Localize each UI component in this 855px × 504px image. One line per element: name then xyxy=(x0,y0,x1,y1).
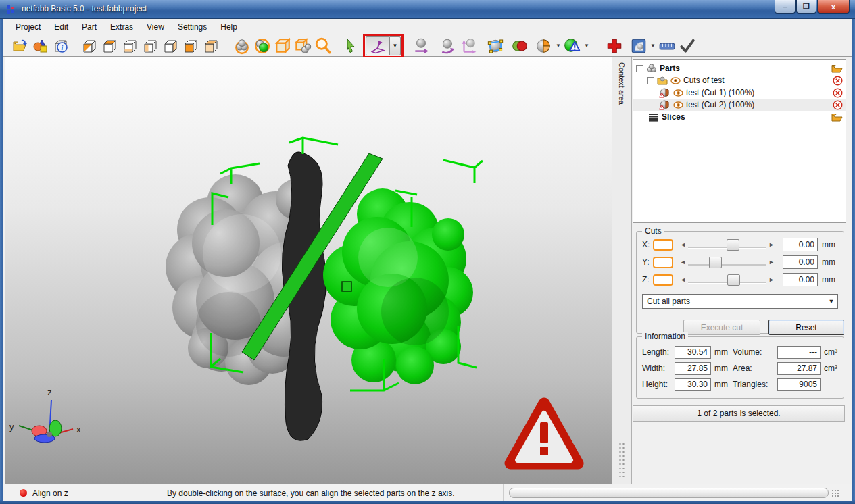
axis-z-value-field[interactable]: 0.00 xyxy=(783,273,818,286)
menu-extras[interactable]: Extras xyxy=(103,20,140,34)
resize-grip[interactable] xyxy=(831,489,839,497)
align-tool-dropdown[interactable]: ▼ xyxy=(389,36,401,55)
view-cube-front-icon[interactable] xyxy=(99,36,120,55)
cut-axis-row-z: Z: ◄ ► 0.00 mm xyxy=(642,271,838,288)
menu-view[interactable]: View xyxy=(140,20,171,34)
menu-help[interactable]: Help xyxy=(214,20,244,34)
delete-icon[interactable] xyxy=(833,88,843,98)
context-area-grip[interactable] xyxy=(618,442,625,477)
select-surfaces-icon[interactable] xyxy=(485,36,506,55)
tree-row-parts[interactable]: Parts xyxy=(633,62,846,74)
menu-settings[interactable]: Settings xyxy=(171,20,214,34)
menu-part[interactable]: Part xyxy=(75,20,103,34)
open-folder-icon[interactable] xyxy=(831,113,843,122)
volume-unit: cm³ xyxy=(821,347,841,357)
axis-z-slider[interactable]: ◄ ► xyxy=(679,274,776,286)
move-part-icon[interactable] xyxy=(411,36,431,55)
menu-project[interactable]: Project xyxy=(9,20,47,34)
slider-right-arrow-icon[interactable]: ► xyxy=(768,241,775,248)
show-selected-part-icon[interactable] xyxy=(252,36,272,55)
axis-x-slider-thumb[interactable] xyxy=(727,239,739,251)
cut-view-icon[interactable] xyxy=(534,36,554,55)
execute-cut-button[interactable]: Execute cut xyxy=(683,320,760,335)
horizontal-scrollbar[interactable] xyxy=(509,488,829,498)
highlight-box-red: ▼ xyxy=(363,34,404,58)
new-analysis-icon[interactable] xyxy=(629,36,649,55)
cut-view-dropdown[interactable]: ▼ xyxy=(554,37,562,55)
area-unit: cm² xyxy=(821,363,841,373)
add-parts-icon[interactable] xyxy=(30,36,51,55)
slider-right-arrow-icon[interactable]: ► xyxy=(768,259,775,266)
slider-left-arrow-icon[interactable]: ◄ xyxy=(680,241,686,248)
width-unit: mm xyxy=(711,363,733,373)
open-project-icon[interactable] xyxy=(10,36,30,55)
cuts-group-title: Cuts xyxy=(642,226,664,236)
zoom-icon[interactable] xyxy=(313,36,333,55)
visibility-eye-icon[interactable] xyxy=(670,77,681,84)
tree-row-slices[interactable]: Slices xyxy=(633,111,846,123)
axis-x-toggle[interactable] xyxy=(653,239,673,251)
repair-script-icon[interactable] xyxy=(562,36,583,55)
slider-right-arrow-icon[interactable]: ► xyxy=(768,276,775,283)
minimize-button[interactable]: – xyxy=(775,0,796,14)
scale-part-icon[interactable] xyxy=(458,36,479,55)
close-button[interactable]: x xyxy=(817,0,850,14)
cut-part-icon xyxy=(659,100,670,110)
status-hint-text: By double-clicking on the surface, you c… xyxy=(167,488,455,498)
new-analysis-dropdown[interactable]: ▼ xyxy=(649,37,657,55)
tree-label-cut2: test (Cut 2) (100%) xyxy=(686,100,754,109)
slider-left-arrow-icon[interactable]: ◄ xyxy=(680,259,686,266)
tree-row-cut2[interactable]: test (Cut 2) (100%) xyxy=(633,99,846,111)
orientation-axes: z x y xyxy=(9,387,81,443)
axis-x-unit: mm xyxy=(822,240,838,249)
compare-parts-icon[interactable] xyxy=(510,36,530,55)
delete-icon[interactable] xyxy=(833,76,843,86)
measure-icon[interactable] xyxy=(657,36,677,55)
tree-row-cut1[interactable]: test (Cut 1) (100%) xyxy=(633,86,846,99)
open-folder-icon[interactable] xyxy=(831,64,843,73)
axis-x-slider[interactable]: ◄ ► xyxy=(679,238,776,251)
show-platform-icon[interactable] xyxy=(272,36,293,55)
visibility-eye-icon[interactable] xyxy=(673,89,683,97)
netfabb-logo-icon xyxy=(6,4,17,15)
show-parts-platform-icon[interactable] xyxy=(293,36,313,55)
svg-text:i: i xyxy=(62,44,64,51)
slider-left-arrow-icon[interactable]: ◄ xyxy=(680,276,686,283)
select-cursor-icon[interactable] xyxy=(341,36,361,55)
collapse-icon[interactable] xyxy=(636,65,643,72)
show-all-parts-icon[interactable] xyxy=(232,36,252,55)
maximize-button[interactable]: ❐ xyxy=(796,0,816,14)
viewport-3d[interactable]: z x y xyxy=(5,57,612,484)
reset-button[interactable]: Reset xyxy=(768,320,844,335)
tree-row-cuts-group[interactable]: Cuts of test xyxy=(633,74,846,86)
delete-icon[interactable] xyxy=(833,100,843,110)
view-cube-left-icon[interactable] xyxy=(140,36,160,55)
parts-tree: Parts Cuts of test test (Cut 1) (100%) xyxy=(633,59,846,223)
apply-check-icon[interactable] xyxy=(677,36,698,55)
menu-edit[interactable]: Edit xyxy=(47,20,75,34)
axis-x-value-field[interactable]: 0.00 xyxy=(783,238,818,251)
height-label: Height: xyxy=(642,380,675,389)
repair-part-icon[interactable] xyxy=(604,36,625,55)
view-cube-bottom-icon[interactable] xyxy=(120,36,140,55)
view-cube-back-icon[interactable] xyxy=(180,36,201,55)
collapse-icon[interactable] xyxy=(647,77,654,84)
cut-mode-dropdown[interactable]: Cut all parts ▼ xyxy=(642,294,838,309)
axis-y-toggle[interactable] xyxy=(653,257,673,268)
part-info-icon[interactable]: i xyxy=(51,36,71,55)
rotate-part-icon[interactable] xyxy=(438,36,458,55)
view-cube-right-icon[interactable] xyxy=(160,36,180,55)
axis-z-slider-thumb[interactable] xyxy=(727,274,740,286)
view-cube-iso-icon[interactable] xyxy=(79,36,99,55)
align-tool-button[interactable] xyxy=(366,36,389,55)
context-area-strip[interactable]: Context area xyxy=(612,57,632,484)
axis-y-value-field[interactable]: 0.00 xyxy=(783,255,818,269)
visibility-eye-icon[interactable] xyxy=(673,101,683,109)
view-cube-top-icon[interactable] xyxy=(201,36,221,55)
area-label: Area: xyxy=(733,363,777,373)
axis-y-slider[interactable]: ◄ ► xyxy=(679,256,776,268)
axis-z-unit: mm xyxy=(822,275,838,284)
axis-y-slider-thumb[interactable] xyxy=(709,257,722,268)
axis-z-toggle[interactable] xyxy=(653,274,673,286)
repair-script-dropdown[interactable]: ▼ xyxy=(583,37,591,55)
